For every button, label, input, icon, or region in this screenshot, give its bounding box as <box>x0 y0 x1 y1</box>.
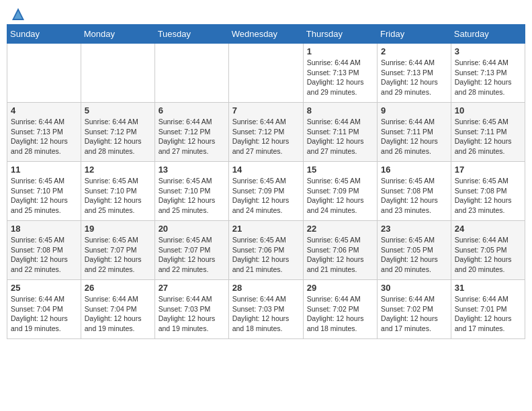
day-number: 8 <box>307 105 373 116</box>
calendar-cell: 30Sunrise: 6:44 AMSunset: 7:02 PMDayligh… <box>378 280 451 339</box>
day-detail: Sunrise: 6:45 AMSunset: 7:07 PMDaylight:… <box>159 235 225 275</box>
day-number: 19 <box>85 224 151 234</box>
calendar-week-row: 1Sunrise: 6:44 AMSunset: 7:13 PMDaylight… <box>7 44 525 103</box>
day-detail: Sunrise: 6:44 AMSunset: 7:12 PMDaylight:… <box>232 117 300 156</box>
day-number: 16 <box>381 165 447 175</box>
day-number: 26 <box>85 283 151 293</box>
calendar-cell: 29Sunrise: 6:44 AMSunset: 7:02 PMDayligh… <box>303 280 377 339</box>
calendar-cell: 7Sunrise: 6:44 AMSunset: 7:12 PMDaylight… <box>228 103 303 162</box>
calendar-cell <box>154 44 228 103</box>
calendar-cell: 8Sunrise: 6:44 AMSunset: 7:11 PMDaylight… <box>303 103 377 162</box>
calendar-week-row: 4Sunrise: 6:44 AMSunset: 7:13 PMDaylight… <box>7 103 525 162</box>
day-number: 4 <box>11 105 77 116</box>
calendar-cell: 4Sunrise: 6:44 AMSunset: 7:13 PMDaylight… <box>7 103 81 162</box>
logo <box>9 7 26 19</box>
day-of-week-header: Wednesday <box>228 25 303 44</box>
calendar-cell <box>7 44 81 103</box>
day-number: 21 <box>232 224 300 234</box>
calendar-cell <box>81 44 154 103</box>
day-detail: Sunrise: 6:45 AMSunset: 7:10 PMDaylight:… <box>85 176 151 216</box>
calendar-cell: 13Sunrise: 6:45 AMSunset: 7:10 PMDayligh… <box>154 162 228 221</box>
calendar-cell: 2Sunrise: 6:44 AMSunset: 7:13 PMDaylight… <box>378 44 451 103</box>
day-number: 13 <box>159 165 225 175</box>
day-detail: Sunrise: 6:44 AMSunset: 7:12 PMDaylight:… <box>85 117 151 156</box>
calendar-cell: 18Sunrise: 6:45 AMSunset: 7:08 PMDayligh… <box>7 221 81 280</box>
day-of-week-header: Saturday <box>451 25 525 44</box>
day-number: 18 <box>11 224 77 234</box>
day-of-week-header: Tuesday <box>154 25 228 44</box>
day-number: 9 <box>381 105 447 116</box>
calendar: SundayMondayTuesdayWednesdayThursdayFrid… <box>7 24 525 339</box>
day-number: 3 <box>455 46 521 56</box>
calendar-cell: 22Sunrise: 6:45 AMSunset: 7:06 PMDayligh… <box>303 221 377 280</box>
calendar-cell: 23Sunrise: 6:45 AMSunset: 7:05 PMDayligh… <box>378 221 451 280</box>
day-number: 23 <box>381 224 447 234</box>
calendar-cell: 17Sunrise: 6:45 AMSunset: 7:08 PMDayligh… <box>451 162 525 221</box>
day-detail: Sunrise: 6:44 AMSunset: 7:04 PMDaylight:… <box>85 294 151 334</box>
day-number: 12 <box>85 165 151 175</box>
day-detail: Sunrise: 6:45 AMSunset: 7:05 PMDaylight:… <box>381 235 447 275</box>
day-detail: Sunrise: 6:44 AMSunset: 7:04 PMDaylight:… <box>11 294 77 334</box>
day-number: 6 <box>159 105 225 116</box>
day-detail: Sunrise: 6:44 AMSunset: 7:05 PMDaylight:… <box>455 235 521 275</box>
day-detail: Sunrise: 6:44 AMSunset: 7:13 PMDaylight:… <box>11 117 77 156</box>
calendar-cell: 24Sunrise: 6:44 AMSunset: 7:05 PMDayligh… <box>451 221 525 280</box>
calendar-cell: 9Sunrise: 6:44 AMSunset: 7:11 PMDaylight… <box>378 103 451 162</box>
calendar-cell: 31Sunrise: 6:44 AMSunset: 7:01 PMDayligh… <box>451 280 525 339</box>
day-number: 20 <box>159 224 225 234</box>
day-number: 31 <box>455 283 521 293</box>
day-of-week-header: Friday <box>378 25 451 44</box>
day-number: 30 <box>381 283 447 293</box>
day-detail: Sunrise: 6:45 AMSunset: 7:09 PMDaylight:… <box>307 176 373 216</box>
day-detail: Sunrise: 6:44 AMSunset: 7:11 PMDaylight:… <box>381 117 447 156</box>
calendar-cell: 15Sunrise: 6:45 AMSunset: 7:09 PMDayligh… <box>303 162 377 221</box>
day-number: 11 <box>11 165 77 175</box>
calendar-cell: 19Sunrise: 6:45 AMSunset: 7:07 PMDayligh… <box>81 221 154 280</box>
day-number: 25 <box>11 283 77 293</box>
calendar-cell: 21Sunrise: 6:45 AMSunset: 7:06 PMDayligh… <box>228 221 303 280</box>
day-detail: Sunrise: 6:44 AMSunset: 7:03 PMDaylight:… <box>232 294 300 334</box>
logo-icon <box>11 7 26 21</box>
calendar-cell: 28Sunrise: 6:44 AMSunset: 7:03 PMDayligh… <box>228 280 303 339</box>
day-number: 2 <box>381 46 447 56</box>
day-number: 14 <box>232 165 300 175</box>
calendar-cell: 26Sunrise: 6:44 AMSunset: 7:04 PMDayligh… <box>81 280 154 339</box>
calendar-week-row: 18Sunrise: 6:45 AMSunset: 7:08 PMDayligh… <box>7 221 525 280</box>
day-detail: Sunrise: 6:45 AMSunset: 7:07 PMDaylight:… <box>85 235 151 275</box>
day-of-week-header: Sunday <box>7 25 81 44</box>
day-number: 10 <box>455 105 521 116</box>
calendar-header-row: SundayMondayTuesdayWednesdayThursdayFrid… <box>7 25 525 44</box>
day-of-week-header: Thursday <box>303 25 377 44</box>
day-number: 7 <box>232 105 300 116</box>
day-detail: Sunrise: 6:45 AMSunset: 7:08 PMDaylight:… <box>11 235 77 275</box>
day-number: 15 <box>307 165 373 175</box>
calendar-cell: 1Sunrise: 6:44 AMSunset: 7:13 PMDaylight… <box>303 44 377 103</box>
day-detail: Sunrise: 6:45 AMSunset: 7:08 PMDaylight:… <box>381 176 447 216</box>
day-detail: Sunrise: 6:44 AMSunset: 7:11 PMDaylight:… <box>307 117 373 156</box>
day-detail: Sunrise: 6:44 AMSunset: 7:13 PMDaylight:… <box>455 58 521 97</box>
page-header <box>7 7 525 19</box>
day-detail: Sunrise: 6:45 AMSunset: 7:06 PMDaylight:… <box>232 235 300 275</box>
day-detail: Sunrise: 6:44 AMSunset: 7:03 PMDaylight:… <box>159 294 225 334</box>
day-detail: Sunrise: 6:44 AMSunset: 7:13 PMDaylight:… <box>381 58 447 97</box>
day-of-week-header: Monday <box>81 25 154 44</box>
day-detail: Sunrise: 6:45 AMSunset: 7:08 PMDaylight:… <box>455 176 521 216</box>
day-detail: Sunrise: 6:45 AMSunset: 7:10 PMDaylight:… <box>11 176 77 216</box>
calendar-cell <box>228 44 303 103</box>
calendar-week-row: 11Sunrise: 6:45 AMSunset: 7:10 PMDayligh… <box>7 162 525 221</box>
calendar-cell: 5Sunrise: 6:44 AMSunset: 7:12 PMDaylight… <box>81 103 154 162</box>
day-detail: Sunrise: 6:45 AMSunset: 7:09 PMDaylight:… <box>232 176 300 216</box>
day-number: 27 <box>159 283 225 293</box>
day-number: 24 <box>455 224 521 234</box>
day-detail: Sunrise: 6:44 AMSunset: 7:13 PMDaylight:… <box>307 58 373 97</box>
day-detail: Sunrise: 6:44 AMSunset: 7:01 PMDaylight:… <box>455 294 521 334</box>
calendar-cell: 27Sunrise: 6:44 AMSunset: 7:03 PMDayligh… <box>154 280 228 339</box>
day-detail: Sunrise: 6:45 AMSunset: 7:11 PMDaylight:… <box>455 117 521 156</box>
calendar-cell: 10Sunrise: 6:45 AMSunset: 7:11 PMDayligh… <box>451 103 525 162</box>
day-detail: Sunrise: 6:45 AMSunset: 7:06 PMDaylight:… <box>307 235 373 275</box>
calendar-cell: 25Sunrise: 6:44 AMSunset: 7:04 PMDayligh… <box>7 280 81 339</box>
calendar-cell: 20Sunrise: 6:45 AMSunset: 7:07 PMDayligh… <box>154 221 228 280</box>
day-number: 1 <box>307 46 373 56</box>
day-detail: Sunrise: 6:44 AMSunset: 7:12 PMDaylight:… <box>159 117 225 156</box>
calendar-week-row: 25Sunrise: 6:44 AMSunset: 7:04 PMDayligh… <box>7 280 525 339</box>
